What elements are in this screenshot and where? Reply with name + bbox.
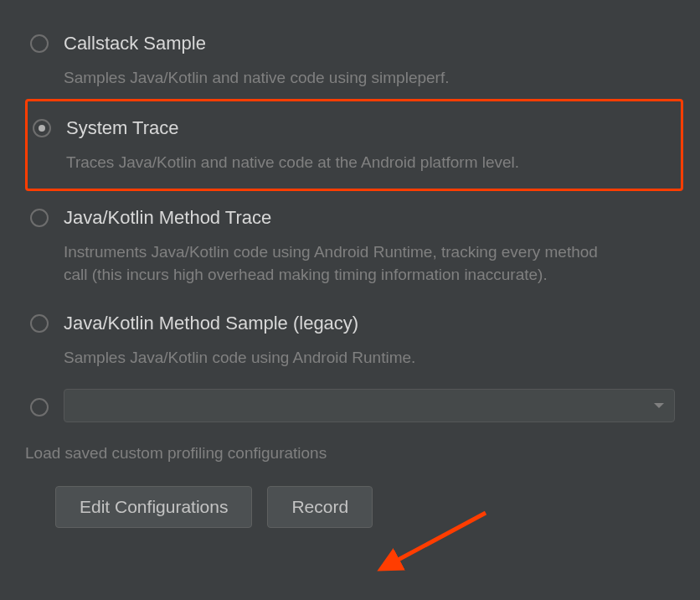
option-title: Java/Kotlin Method Trace: [64, 206, 675, 230]
option-title: Java/Kotlin Method Sample (legacy): [64, 312, 675, 336]
option-callstack-sample[interactable]: Callstack Sample Samples Java/Kotlin and…: [25, 17, 683, 99]
record-button[interactable]: Record: [267, 486, 373, 528]
option-content: System Trace Traces Java/Kotlin and nati…: [66, 116, 672, 173]
custom-config-row: [25, 379, 683, 432]
option-java-kotlin-method-sample[interactable]: Java/Kotlin Method Sample (legacy) Sampl…: [25, 297, 683, 379]
radio-java-kotlin-method-trace[interactable]: [30, 209, 49, 227]
option-system-trace[interactable]: System Trace Traces Java/Kotlin and nati…: [25, 99, 683, 191]
option-content: Callstack Sample Samples Java/Kotlin and…: [64, 32, 675, 89]
option-content: Java/Kotlin Method Sample (legacy) Sampl…: [64, 312, 675, 369]
option-content: Java/Kotlin Method Trace Instruments Jav…: [64, 206, 675, 287]
edit-configurations-button[interactable]: Edit Configurations: [55, 486, 252, 528]
option-description: Samples Java/Kotlin code using Android R…: [64, 346, 616, 370]
option-description: Traces Java/Kotlin and native code at th…: [66, 151, 619, 174]
option-description: Instruments Java/Kotlin code using Andro…: [64, 241, 616, 287]
custom-config-dropdown[interactable]: [64, 389, 675, 422]
hint-text: Load saved custom profiling configuratio…: [25, 432, 683, 483]
radio-system-trace[interactable]: [33, 119, 51, 137]
option-title: System Trace: [66, 116, 672, 141]
button-row: Edit Configurations Record: [25, 483, 683, 528]
radio-callstack-sample[interactable]: [30, 34, 49, 53]
option-java-kotlin-method-trace[interactable]: Java/Kotlin Method Trace Instruments Jav…: [25, 191, 683, 297]
radio-custom-config[interactable]: [30, 398, 49, 416]
radio-java-kotlin-method-sample[interactable]: [30, 314, 49, 333]
chevron-down-icon: [654, 403, 664, 408]
option-title: Callstack Sample: [64, 32, 675, 56]
option-description: Samples Java/Kotlin and native code usin…: [64, 66, 616, 90]
